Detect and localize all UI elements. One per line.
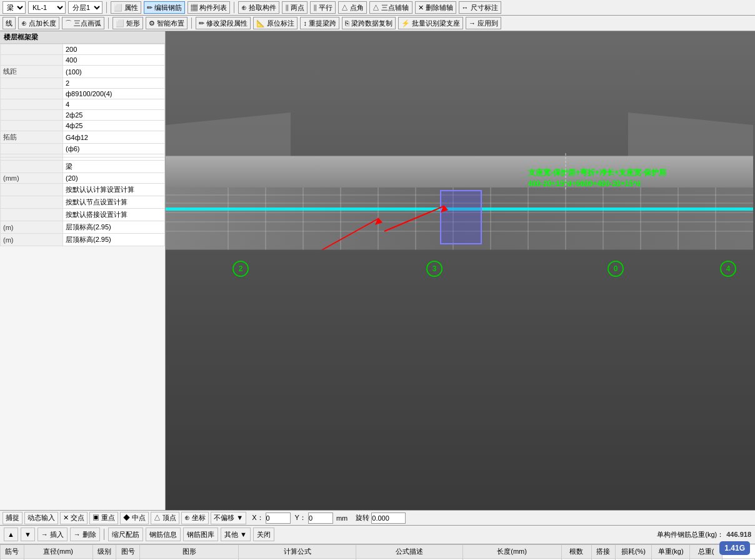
- sep3: [108, 18, 109, 29]
- three-pt-btn[interactable]: △ 三点辅轴: [369, 1, 412, 14]
- top-btn[interactable]: △ 顶点: [151, 512, 179, 524]
- dynamic-input-btn[interactable]: 动态输入: [24, 512, 58, 524]
- insert-btn[interactable]: → 插入: [38, 528, 68, 541]
- col-count: 根数: [561, 544, 591, 558]
- copy-btn[interactable]: ⎘ 梁跨数据复制: [342, 17, 396, 29]
- svg-rect-0: [166, 31, 755, 510]
- x-input[interactable]: [266, 512, 291, 524]
- pick-member-btn[interactable]: ⊕ 拾取构件: [238, 1, 279, 14]
- rebar-info-btn[interactable]: 钢筋信息: [146, 528, 181, 541]
- property-btn[interactable]: ⬜ 属性: [111, 1, 141, 14]
- left-table-row: (m)层顶标高(2.95): [1, 234, 165, 246]
- main-area: 楼层框架梁 200400线距(100)2ф89100/200(4)42ф254ф…: [0, 31, 755, 510]
- left-row-value: 梁: [63, 161, 165, 173]
- up-down-btn[interactable]: ↕ 重提梁跨: [300, 17, 339, 29]
- sep4: [191, 18, 192, 29]
- delete-btn[interactable]: → 删除: [70, 528, 100, 541]
- left-table-row: (m)层顶标高(2.95): [1, 221, 165, 234]
- left-table-row: (ф6): [1, 144, 165, 154]
- beam-id-select[interactable]: KL-1: [28, 1, 66, 14]
- svg-text:2: 2: [239, 264, 243, 273]
- svg-text:3: 3: [432, 264, 437, 273]
- left-row-label: (m): [1, 234, 63, 246]
- left-table-row: 2: [1, 78, 165, 89]
- two-pt-btn[interactable]: ∥ 两点: [282, 1, 308, 14]
- left-row-label: [1, 144, 63, 154]
- left-table-row: ф89100/200(4): [1, 89, 165, 99]
- batch-btn[interactable]: ⚡ 批量识别梁支座: [398, 17, 463, 29]
- y-input[interactable]: [308, 512, 333, 524]
- left-row-label: [1, 99, 63, 110]
- apply-btn[interactable]: → 应用到: [466, 17, 501, 29]
- col-shape: 图形: [140, 544, 239, 558]
- mid-btn[interactable]: ◆ 中点: [120, 512, 149, 524]
- left-row-value: G4ф12: [63, 131, 165, 144]
- member-list-btn[interactable]: ▦ 构件列表: [188, 1, 230, 14]
- y-label: Y：: [295, 513, 306, 522]
- rebar-toolbar: ▲ ▼ → 插入 → 删除 缩尺配筋 钢筋信息 钢筋图库 其他 ▼ 关闭 单构件…: [0, 526, 755, 544]
- dim-btn[interactable]: ↔ 尺寸标注: [459, 1, 501, 14]
- close-btn[interactable]: 关闭: [253, 528, 274, 541]
- origin-dim-btn[interactable]: 📐 原位标注: [253, 17, 298, 29]
- smart-btn[interactable]: ⚙ 智能布置: [146, 17, 188, 29]
- beam-type-select[interactable]: 梁: [2, 1, 26, 14]
- rebar-lib-btn[interactable]: 钢筋图库: [183, 528, 218, 541]
- left-row-label: [1, 110, 63, 121]
- left-row-label: [1, 55, 63, 66]
- col-figno: 图号: [116, 544, 140, 558]
- rebar-table: 筋号 直径(mm) 级别 图号 图形 计算公式 公式描述 长度(mm) 根数 搭…: [0, 544, 755, 560]
- second-toolbar: 线 ⊕ 点加长度 ⌒ 三点画弧 ⬜ 矩形 ⚙ 智能布置 ✏ 修改梁段属性 📐 原…: [0, 16, 755, 31]
- rebar-up-btn[interactable]: ▲: [4, 528, 18, 541]
- midpoint-btn[interactable]: ▣ 重点: [89, 512, 118, 524]
- rotate-input[interactable]: [371, 512, 406, 524]
- left-row-value: 层顶标高(2.95): [63, 234, 165, 246]
- left-table-row: 200: [1, 44, 165, 55]
- del-aux-btn[interactable]: ✕ 删除辅轴: [415, 1, 456, 14]
- left-row-label: (mm): [1, 173, 63, 184]
- arc-btn[interactable]: ⌒ 三点画弧: [62, 17, 104, 29]
- svg-text:0: 0: [614, 264, 618, 273]
- floor-select[interactable]: 分层1: [68, 1, 102, 14]
- left-panel-title: 楼层框架梁: [0, 31, 165, 44]
- top-toolbar: 梁 KL-1 分层1 ⬜ 属性 ✏ 编辑钢筋 ▦ 构件列表 ⊕ 拾取构件 ∥ 两…: [0, 0, 755, 16]
- no-offset-btn[interactable]: 不偏移 ▼: [211, 512, 246, 524]
- left-row-label: [1, 161, 63, 173]
- left-row-value: (100): [63, 66, 165, 78]
- left-row-label: [1, 44, 63, 55]
- col-unitwt: 单重(kg): [652, 544, 690, 558]
- left-row-value: 2: [63, 78, 165, 89]
- 3d-view[interactable]: 支座宽-保护层+弯折+净长+支座宽-保护层 400-20+15*d+5600+4…: [166, 31, 755, 510]
- sep5: [104, 529, 104, 540]
- edit-rebar-btn[interactable]: ✏ 编辑钢筋: [144, 1, 185, 14]
- other-btn[interactable]: 其他 ▼: [221, 528, 251, 541]
- left-row-value: (20): [63, 173, 165, 184]
- left-table-row: 4ф25: [1, 121, 165, 131]
- scale-btn[interactable]: 缩尺配筋: [108, 528, 143, 541]
- version-badge: 1.41G: [719, 541, 750, 555]
- intersect-btn[interactable]: ✕ 交点: [60, 512, 88, 524]
- snap-capture-btn[interactable]: 捕捉: [2, 512, 22, 524]
- parallel-btn[interactable]: ∥ 平行: [310, 1, 336, 14]
- left-row-value: 4ф25: [63, 121, 165, 131]
- modify-btn[interactable]: ✏ 修改梁段属性: [196, 17, 251, 29]
- col-desc: 公式描述: [356, 544, 462, 558]
- left-row-value: ф89100/200(4): [63, 89, 165, 99]
- rebar-table-container: 筋号 直径(mm) 级别 图号 图形 计算公式 公式描述 长度(mm) 根数 搭…: [0, 544, 755, 560]
- point-btn[interactable]: △ 点角: [338, 1, 367, 14]
- left-table-row: 按默认搭接设置计算: [1, 209, 165, 221]
- svg-text:支座宽-保护层+弯折+净长+支座宽-保护层: 支座宽-保护层+弯折+净长+支座宽-保护层: [528, 168, 667, 177]
- beam-svg: 支座宽-保护层+弯折+净长+支座宽-保护层 400-20+15*d+5600+4…: [166, 31, 755, 510]
- left-table-row: 按默认节点设置计算: [1, 196, 165, 209]
- coord-btn[interactable]: ⊕ 坐标: [181, 512, 209, 524]
- left-table-row: 梁: [1, 161, 165, 173]
- left-table-row: 拓筋G4ф12: [1, 131, 165, 144]
- col-totalwt: 总重(: [690, 544, 722, 558]
- rect-btn[interactable]: ⬜ 矩形: [112, 17, 143, 29]
- line-btn[interactable]: 线: [2, 17, 16, 29]
- add-pt-btn[interactable]: ⊕ 点加长度: [18, 17, 59, 29]
- left-row-label: 线距: [1, 66, 63, 78]
- left-table-row: (mm)(20): [1, 173, 165, 184]
- rebar-down-btn[interactable]: ▼: [21, 528, 35, 541]
- left-row-label: [1, 89, 63, 99]
- svg-rect-23: [441, 191, 481, 244]
